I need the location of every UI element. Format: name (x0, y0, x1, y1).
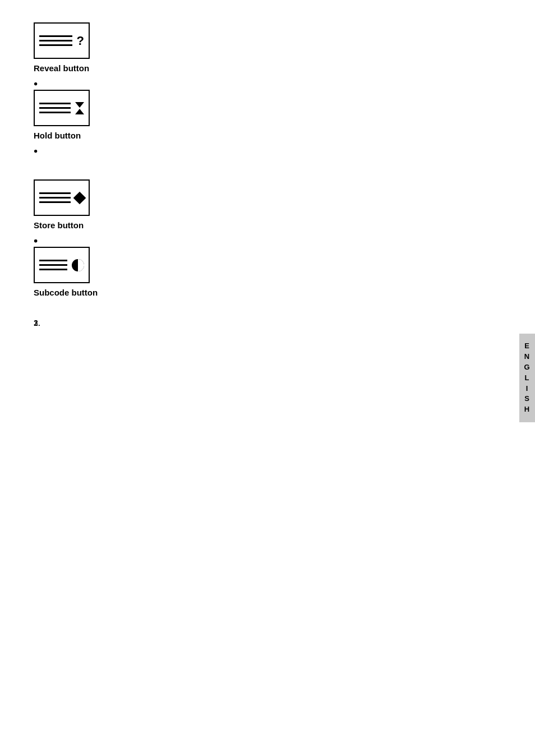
subcode-button-icon (34, 247, 90, 283)
lang-letter-I: I (526, 384, 529, 393)
spacer-1 (34, 157, 460, 179)
reveal-button-icon: ? (34, 22, 90, 59)
question-mark-symbol: ? (77, 35, 84, 47)
store-button-label: Store button (34, 220, 460, 230)
subcode-section: Subcode button 1. 2. 3. (34, 247, 460, 313)
diamond-symbol (75, 193, 84, 202)
store-button-icon (34, 179, 90, 216)
triangle-up-icon (75, 109, 84, 114)
spacer-2 (34, 302, 460, 313)
reveal-button-label: Reveal button (34, 63, 460, 73)
diamond-icon (73, 191, 86, 204)
line2 (39, 197, 71, 199)
line2 (39, 40, 72, 42)
line1 (39, 35, 72, 37)
subcode-circle-symbol (72, 259, 84, 271)
line3 (39, 112, 71, 113)
lang-letter-N: N (524, 352, 530, 362)
store-icon-lines (39, 192, 71, 203)
line3 (39, 269, 67, 270)
half-circle-icon (72, 259, 84, 271)
triangle-down-icon (75, 102, 84, 108)
lang-letter-E: E (524, 342, 530, 351)
line2 (39, 107, 71, 109)
lang-letter-L: L (525, 374, 530, 383)
hold-triangles-symbol (75, 102, 84, 114)
store-section: Store button (34, 179, 460, 230)
lang-letter-G: G (524, 363, 530, 372)
line1 (39, 260, 67, 261)
line1 (39, 103, 71, 104)
hold-button-icon (34, 90, 90, 126)
reveal-section: ? Reveal button (34, 22, 460, 73)
line3 (39, 44, 72, 46)
subcode-icon-lines (39, 260, 67, 270)
lang-letter-S: S (524, 394, 530, 404)
line3 (39, 201, 71, 203)
language-sidebar: E N G L I S H (519, 334, 535, 422)
lang-letter-H: H (524, 405, 530, 414)
hold-section: Hold button (34, 90, 460, 140)
line2 (39, 264, 67, 266)
reveal-icon-lines (39, 35, 72, 46)
hold-button-label: Hold button (34, 131, 460, 140)
hold-icon-lines (39, 103, 71, 113)
number-3: 3. (34, 317, 40, 329)
subcode-button-label: Subcode button (34, 288, 460, 297)
line1 (39, 192, 71, 194)
